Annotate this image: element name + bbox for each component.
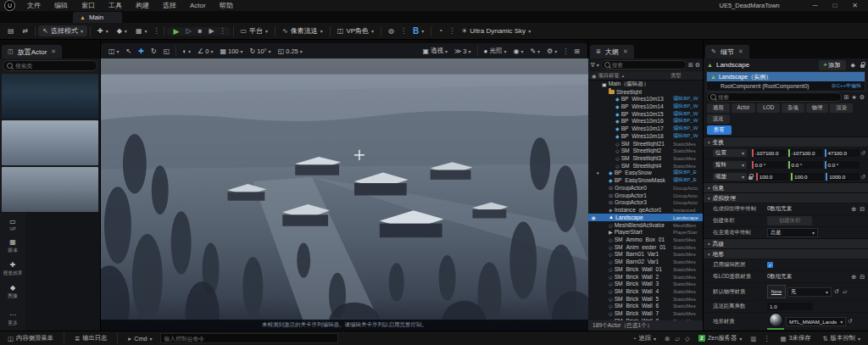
outliner-row-BP_Wires10m17[interactable]: ◆BP_Wires10m17编辑BP_W xyxy=(588,125,703,132)
close-button[interactable]: ✕ xyxy=(844,2,865,9)
rotate-tool-button[interactable]: ↻ xyxy=(147,47,160,55)
revision-control-dropdown[interactable]: ⇅ 版本控制 ▾ xyxy=(820,334,865,342)
menu-3[interactable]: 窗口 xyxy=(75,2,102,9)
vp-roles-dropdown[interactable]: ◫ VP角色 ▾ xyxy=(333,25,378,36)
main-pass-dropdown[interactable]: 总是▾ xyxy=(767,228,818,237)
section-landscape[interactable]: ▾ 地形 xyxy=(704,248,868,259)
location-x-field[interactable]: -107100.0 xyxy=(752,149,787,157)
reset-scale-icon[interactable]: ↺ xyxy=(861,174,865,181)
folder-icon[interactable]: ▱ xyxy=(675,335,680,342)
location-dropdown[interactable]: 位置▾ xyxy=(713,149,747,157)
maximize-viewport-button[interactable]: ⊞ xyxy=(570,47,583,55)
add-element-icon[interactable]: ⊕ xyxy=(850,274,857,281)
stop-button[interactable]: ■ xyxy=(195,27,206,35)
viewport-settings-dropdown[interactable]: ⚙▾ xyxy=(543,47,560,55)
outliner-row-SM_Streetlight4[interactable]: ◇SM_Streetlight4StaticMes xyxy=(588,162,703,170)
section-advanced[interactable]: ▾ 高级 xyxy=(704,238,868,248)
reset-material-icon[interactable]: ↺ xyxy=(848,318,852,325)
outliner-row-Main（编辑器）[interactable]: ▣Main（编辑器） xyxy=(588,81,703,88)
browse-icon[interactable]: ▱ xyxy=(842,288,848,295)
xr-button[interactable]: ◍ xyxy=(384,26,398,36)
category-视觉效果[interactable]: ✚视觉效果 xyxy=(3,261,22,277)
edit-in-cpp-link[interactable]: 在C++中编辑 xyxy=(832,82,861,90)
actor-type[interactable]: 编辑BP_W xyxy=(673,125,703,132)
category-图像[interactable]: ◆图像 xyxy=(8,284,18,300)
play-options-icon[interactable]: ⋮ xyxy=(218,27,228,35)
persona-button[interactable]: ◔ xyxy=(434,26,447,36)
tab-place-actor[interactable]: ◫ 放置Actor ✕ xyxy=(2,45,62,58)
clear-array-icon[interactable]: ⊟ xyxy=(859,274,865,281)
minimize-button[interactable]: ─ xyxy=(805,2,826,9)
outliner-row-GroupActor0[interactable]: ⊙GroupActor0GroupActo xyxy=(588,184,703,192)
outliner-row-SM_Barn01_Var1[interactable]: ◇SM_Barn01_Var1StaticMes xyxy=(588,251,703,259)
outliner-row-SM_Ammo_Box_01[interactable]: ◇SM_Ammo_Box_01StaticMes xyxy=(588,236,703,243)
rotation-y-field[interactable]: 0.0 ° xyxy=(788,161,823,169)
outliner-row-Streetlight[interactable]: Streetlight xyxy=(588,88,703,96)
outliner-row-SM_Brick_Wall_2[interactable]: ◇SM_Brick_Wall_2StaticMes xyxy=(588,273,703,281)
perspective-dropdown[interactable]: ▣透视▾ xyxy=(419,47,451,55)
chip-all[interactable]: 所有 xyxy=(707,125,732,135)
unsaved-button[interactable]: ▦ 3未保存 xyxy=(776,334,814,342)
ultra-dynamic-sky-dropdown[interactable]: ☀ Ultra Dynamic Sky ▾ xyxy=(457,26,535,36)
select-mode-dropdown[interactable]: ↖ 选择模式 ▾ xyxy=(38,25,87,36)
platforms-dropdown[interactable]: ▭ 平台 ▾ xyxy=(236,25,273,36)
level-viewport[interactable]: 未检测到激活的关卡序列编辑器。请编辑关卡序列以启用完整控制。 xyxy=(101,58,588,331)
outliner-row-MeshBlendActivator[interactable]: ◇MeshBlendActivatorMeshBlen xyxy=(588,221,703,229)
outliner-row-GroupActor1[interactable]: ⊙GroupActor1GroupActo xyxy=(588,192,703,199)
add-folder-icon[interactable]: ⊞ xyxy=(688,62,693,69)
outliner-row-SM_Brick_Wall_01[interactable]: ◇SM_Brick_Wall_01StaticMes xyxy=(588,265,703,273)
console-input-box[interactable] xyxy=(160,333,338,343)
outliner-row-SM_Brick_Wall_3[interactable]: ◇SM_Brick_Wall_3StaticMes xyxy=(588,280,703,287)
outliner-row-Instance_geActor0[interactable]: ◈Instance_geActor0Instanced xyxy=(588,206,703,214)
menu-2[interactable]: 编辑 xyxy=(47,2,75,9)
scale-lock-icon[interactable] xyxy=(748,176,753,180)
outliner-row-SM_Barn02_Var1[interactable]: ◇SM_Barn02_Var1StaticMes xyxy=(588,258,703,265)
details-search[interactable] xyxy=(707,92,842,102)
scale-dropdown[interactable]: 缩放▾ xyxy=(713,173,747,181)
outliner-row-SM_Anim_eeder_01[interactable]: ◇SM_Anim_eeder_01StaticMes xyxy=(588,243,703,251)
menu-7[interactable]: Actor xyxy=(183,2,213,9)
save-button[interactable]: ▤ xyxy=(3,26,19,36)
select-tool-button[interactable]: ↖ xyxy=(123,47,136,55)
outliner-row-BP_Wires10m13[interactable]: ◆BP_Wires10m13编辑BP_W xyxy=(588,95,703,103)
actor-type[interactable]: 编辑BP_W xyxy=(673,103,703,110)
visibility-eye-icon[interactable]: ◉ xyxy=(590,214,597,220)
location-y-field[interactable]: -107100.0 xyxy=(788,149,823,157)
outliner-row-SM_Streetlight21[interactable]: ◇SM_Streetlight21StaticMes xyxy=(588,140,703,147)
place-actor-search-input[interactable] xyxy=(15,63,93,69)
outliner-row-GroupActor3[interactable]: ⊙GroupActor3GroupActo xyxy=(588,199,703,207)
outliner-row-SM_Brick_Wall_6[interactable]: ◇SM_Brick_Wall_6StaticMes xyxy=(588,303,703,310)
place-actor-search[interactable] xyxy=(3,60,97,71)
add-actor-dropdown[interactable]: ✚▾ xyxy=(93,26,113,36)
outliner-row-BP_Wires10m15[interactable]: ◆BP_Wires10m15编辑BP_W xyxy=(588,110,703,118)
view-mode-dropdown[interactable]: ●光照▾ xyxy=(481,47,510,55)
maximize-button[interactable]: □ xyxy=(825,2,844,9)
category-媒体[interactable]: ▦媒体 xyxy=(8,238,18,254)
outliner-settings-icon[interactable]: ⚙ xyxy=(695,62,700,69)
output-log-button[interactable]: ≣ 输出日志 xyxy=(71,334,110,342)
landscape-material-thumbnail[interactable] xyxy=(767,313,784,330)
clear-array-icon[interactable]: ⊟ xyxy=(859,206,865,213)
label-column-header[interactable]: 项目标签 xyxy=(598,72,620,80)
close-tab-icon[interactable]: ✕ xyxy=(738,48,743,55)
actor-type[interactable]: 编辑BP_E xyxy=(673,170,703,177)
outliner-row-SM_Streetlight3[interactable]: ◇SM_Streetlight3StaticMes xyxy=(588,154,703,162)
landscape-material-dropdown[interactable]: MTL_MWAM_Lands▾ xyxy=(786,317,846,326)
add-element-icon[interactable]: ⊕ xyxy=(850,206,857,213)
use-selected-icon[interactable]: ↺ xyxy=(833,288,840,295)
scale-y-field[interactable]: 100.0 xyxy=(791,173,824,181)
outliner-row-BP_Wires10m18[interactable]: ◆BP_Wires10m18编辑BP_W xyxy=(588,132,703,140)
outliner-search[interactable] xyxy=(601,60,687,70)
overflow-menu-icon[interactable]: ⋮ xyxy=(151,27,161,35)
chip-流送[interactable]: 流送 xyxy=(707,114,730,124)
close-tab-icon[interactable]: ✕ xyxy=(623,48,628,55)
physical-material-thumbnail[interactable]: None xyxy=(767,285,786,298)
outliner-row-SM_Brick_Wall_4[interactable]: ◇SM_Brick_Wall_4StaticMes xyxy=(588,287,703,295)
outliner-row-SM_Streetlight2[interactable]: ◇SM_Streetlight2StaticMes xyxy=(588,147,703,154)
scale-x-field[interactable]: 100.0 xyxy=(756,173,789,181)
tab-main-level[interactable]: ▲ Main xyxy=(73,12,122,23)
chip-LOD[interactable]: LOD xyxy=(757,103,780,113)
chip-Actor[interactable]: Actor xyxy=(732,103,756,113)
outliner-row-PlayerStart[interactable]: ▶PlayerStartPlayerStar xyxy=(588,228,703,236)
scale-tool-button[interactable]: ◱ xyxy=(160,47,174,55)
